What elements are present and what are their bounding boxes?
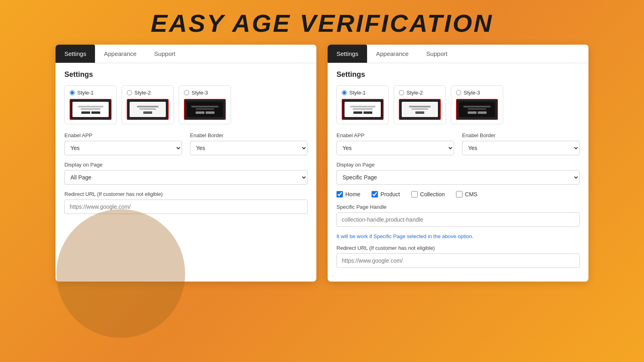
right-section-title: Settings	[336, 70, 580, 79]
right-style-option-1[interactable]: Style-1	[336, 85, 389, 124]
left-style-option-1[interactable]: Style-1	[64, 85, 117, 124]
left-enabel-app-label: Enabel APP	[64, 132, 182, 138]
right-enabel-border-group: Enabel Border Yes No	[462, 132, 580, 155]
left-style-2-radio[interactable]	[127, 90, 132, 95]
right-style-2-preview	[399, 99, 441, 120]
checkbox-product[interactable]: Product	[372, 191, 400, 197]
right-style-1-label: Style-1	[342, 90, 384, 96]
right-enabel-app-label: Enabel APP	[336, 132, 454, 138]
right-style-2-label: Style-2	[399, 90, 441, 96]
checkbox-product-input[interactable]	[372, 191, 378, 197]
left-tab-support[interactable]: Support	[145, 45, 184, 63]
left-display-page-label: Display on Page	[64, 162, 308, 168]
right-panel-content: Settings Style-1	[328, 63, 588, 282]
left-section-title: Settings	[64, 70, 308, 79]
right-style-option-2[interactable]: Style-2	[394, 85, 446, 124]
left-tab-appearance[interactable]: Appearance	[95, 45, 145, 63]
left-style-3-preview-inner	[187, 102, 223, 117]
right-display-page-label: Display on Page	[336, 162, 580, 168]
right-hint-text: It will be work if Specific Page selecte…	[336, 233, 580, 239]
right-specific-page-label: Specific Page Handle	[336, 204, 580, 210]
right-display-page-select[interactable]: All Page Specific Page	[336, 170, 580, 185]
right-style-3-label: Style-3	[456, 90, 498, 96]
right-enabel-border-label: Enabel Border	[462, 132, 580, 138]
left-style-3-label: Style-3	[184, 90, 226, 96]
right-redirect-url-group: Redirect URL (If customer has not eligib…	[336, 245, 580, 268]
right-enabel-app-select[interactable]: Yes No	[336, 141, 454, 155]
checkbox-cms[interactable]: CMS	[456, 191, 477, 197]
right-panel: Settings Appearance Support Settings Sty…	[328, 45, 588, 282]
right-tab-appearance[interactable]: Appearance	[367, 45, 417, 63]
left-enabel-app-group: Enabel APP Yes No	[64, 132, 182, 155]
left-style-option-3[interactable]: Style-3	[179, 85, 231, 124]
right-tabs: Settings Appearance Support	[328, 45, 588, 63]
checkbox-home-label: Home	[345, 191, 360, 197]
checkbox-product-label: Product	[380, 191, 400, 197]
checkbox-home-input[interactable]	[336, 191, 343, 197]
right-style-1-preview-inner	[345, 102, 381, 117]
right-style-1-radio[interactable]	[342, 90, 347, 95]
right-style-2-radio[interactable]	[399, 90, 404, 95]
left-enabel-app-select[interactable]: Yes No	[64, 141, 182, 155]
right-style-option-3[interactable]: Style-3	[451, 85, 503, 124]
left-app-border-row: Enabel APP Yes No Enabel Border Yes No	[64, 132, 308, 155]
checkbox-collection-label: Collection	[420, 191, 445, 197]
left-style-3-preview	[184, 99, 226, 120]
checkbox-cms-label: CMS	[465, 191, 477, 197]
checkbox-home[interactable]: Home	[336, 191, 360, 197]
decorative-circle	[56, 209, 185, 338]
left-style-option-2[interactable]: Style-2	[122, 85, 174, 124]
right-specific-page-input[interactable]	[336, 212, 580, 227]
checkbox-collection[interactable]: Collection	[411, 191, 445, 197]
left-style-1-label: Style-1	[70, 90, 111, 96]
right-tab-settings[interactable]: Settings	[328, 45, 367, 63]
left-display-page-group: Display on Page All Page Specific Page	[64, 162, 308, 185]
page-title: EASY AGE VERIFICATION	[0, 0, 644, 45]
right-style-options: Style-1	[336, 85, 580, 124]
left-style-2-label: Style-2	[127, 90, 169, 96]
checkbox-cms-input[interactable]	[456, 191, 462, 197]
left-style-2-preview-inner	[130, 102, 166, 117]
right-enabel-app-group: Enabel APP Yes No	[336, 132, 454, 155]
left-style-1-radio[interactable]	[70, 90, 75, 95]
right-style-3-preview-inner	[459, 102, 495, 117]
right-specific-page-group: Specific Page Handle	[336, 204, 580, 227]
right-style-3-radio[interactable]	[456, 90, 461, 95]
right-redirect-url-input[interactable]	[336, 253, 580, 268]
right-style-3-preview	[456, 99, 498, 120]
right-display-page-group: Display on Page All Page Specific Page	[336, 162, 580, 185]
left-style-1-preview-inner	[72, 102, 109, 117]
checkbox-collection-input[interactable]	[411, 191, 418, 197]
right-redirect-url-label: Redirect URL (If customer has not eligib…	[336, 245, 580, 251]
right-app-border-row: Enabel APP Yes No Enabel Border Yes No	[336, 132, 580, 155]
right-tab-support[interactable]: Support	[417, 45, 456, 63]
left-tab-settings[interactable]: Settings	[56, 45, 95, 63]
left-enabel-border-label: Enabel Border	[190, 132, 308, 138]
left-display-page-select[interactable]: All Page Specific Page	[64, 170, 308, 185]
left-enabel-border-group: Enabel Border Yes No	[190, 132, 308, 155]
left-enabel-border-select[interactable]: Yes No	[190, 141, 308, 155]
left-style-options: Style-1	[64, 85, 308, 124]
left-panel-content: Settings Style-1	[56, 63, 316, 228]
left-redirect-url-group: Redirect URL (If customer has not eligib…	[64, 191, 308, 214]
left-tabs: Settings Appearance Support	[56, 45, 316, 63]
right-style-1-preview	[342, 99, 384, 120]
right-style-2-preview-inner	[402, 102, 438, 117]
left-style-2-preview	[127, 99, 169, 120]
left-style-1-preview	[70, 99, 111, 120]
right-enabel-border-select[interactable]: Yes No	[462, 141, 580, 155]
right-page-checkboxes: Home Product Collection CMS	[336, 191, 580, 197]
left-redirect-url-label: Redirect URL (If customer has not eligib…	[64, 191, 308, 197]
left-style-3-radio[interactable]	[184, 90, 189, 95]
